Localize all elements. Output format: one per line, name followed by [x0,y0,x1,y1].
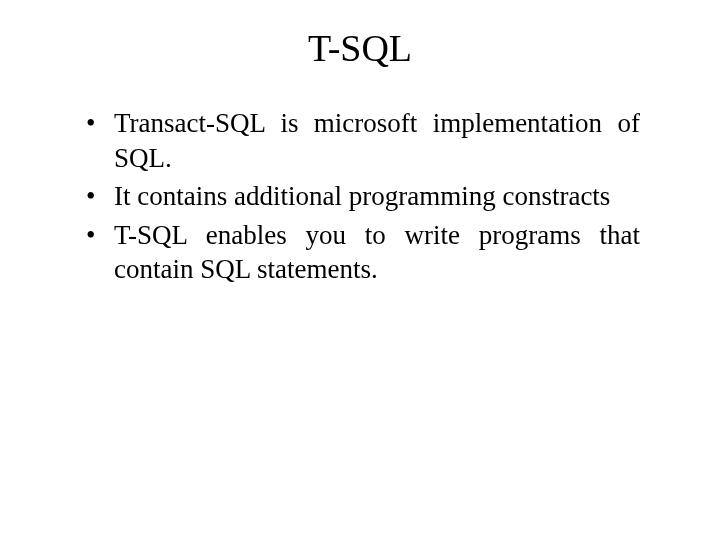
list-item: It contains additional programming const… [80,179,640,214]
slide: T-SQL Transact-SQL is microsoft implemen… [0,0,720,540]
list-item: T-SQL enables you to write programs that… [80,218,640,287]
bullet-list: Transact-SQL is microsoft implementation… [80,106,640,287]
slide-title: T-SQL [60,26,660,70]
list-item: Transact-SQL is microsoft implementation… [80,106,640,175]
